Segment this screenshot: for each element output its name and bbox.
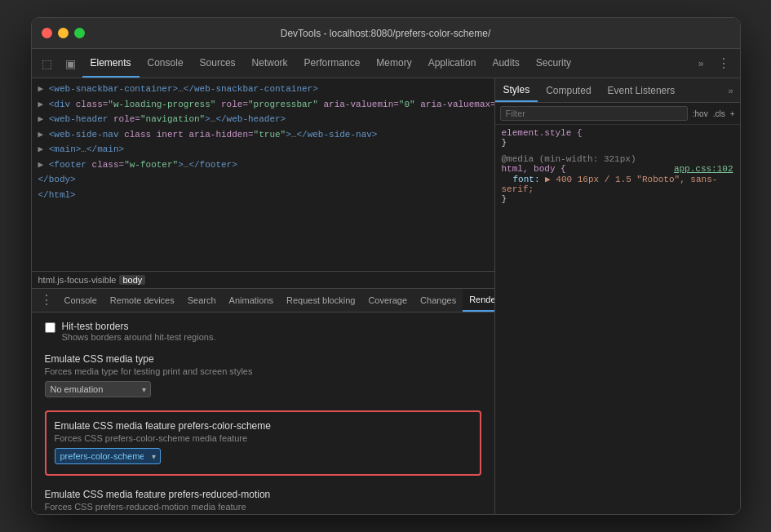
kebab-menu-button[interactable]: ⋮	[711, 55, 737, 71]
device-icon[interactable]: ▣	[59, 49, 82, 78]
tab-animations[interactable]: Animations	[223, 289, 280, 312]
cls-button[interactable]: .cls	[713, 109, 725, 118]
html-tree: ▶ <web-snackbar-container>…</web-snackba…	[32, 78, 494, 271]
title-bar: DevTools - localhost:8080/prefers-color-…	[32, 18, 740, 49]
filter-actions: :hov .cls +	[693, 109, 735, 118]
hit-test-borders-label: Hit-test borders	[62, 321, 216, 332]
tab-console[interactable]: Console	[140, 49, 192, 78]
emulate-reduced-motion-desc: Forces CSS prefers-reduced-motion media …	[45, 502, 481, 512]
tab-audits[interactable]: Audits	[484, 49, 527, 78]
traffic-lights	[42, 28, 85, 38]
emulate-color-scheme-section: Emulate CSS media feature prefers-color-…	[45, 410, 481, 476]
tab-memory[interactable]: Memory	[368, 49, 419, 78]
tab-console-secondary[interactable]: Console	[58, 289, 104, 312]
emulate-reduced-motion-label: Emulate CSS media feature prefers-reduce…	[45, 489, 481, 500]
tab-styles[interactable]: Styles	[495, 78, 538, 102]
styles-filter-bar: :hov .cls +	[495, 103, 740, 125]
main-tabs-bar: ⬚ ▣ Elements Console Sources Network Per…	[32, 49, 740, 78]
rendering-panel: Hit-test borders Shows borders around hi…	[32, 313, 494, 515]
breadcrumb-item-html[interactable]: html.js-focus-visible	[38, 275, 117, 285]
css-at-rule: @media (min-width: 321px)	[502, 154, 636, 164]
more-tabs-button[interactable]: »	[692, 58, 711, 69]
hit-test-borders-checkbox[interactable]	[45, 322, 55, 333]
emulate-media-type-label: Emulate CSS media type	[45, 353, 481, 365]
secondary-tabs-bar: ⋮ Console Remote devices Search Animatio…	[32, 288, 494, 313]
emulate-color-scheme-desc: Forces CSS prefers-color-scheme media fe…	[55, 433, 472, 443]
tab-changes[interactable]: Changes	[414, 289, 463, 312]
tab-elements[interactable]: Elements	[82, 49, 140, 78]
tree-line: ▶ <web-side-nav class inert aria-hidden=…	[32, 127, 494, 143]
css-prop-font: font: ▶ 400 16px / 1.5 "Roboto", sans-se…	[502, 175, 718, 194]
tab-request-blocking[interactable]: Request blocking	[280, 289, 361, 312]
tab-sources[interactable]: Sources	[192, 49, 244, 78]
css-close-brace-2: }	[502, 194, 507, 204]
styles-tabs-bar: Styles Computed Event Listeners »	[495, 78, 740, 103]
tab-coverage[interactable]: Coverage	[361, 289, 414, 312]
breadcrumb: html.js-focus-visible body	[32, 271, 494, 288]
css-source-link[interactable]: app.css:102	[674, 164, 733, 174]
emulate-media-type-dropdown-wrapper: No emulation print screen	[45, 381, 151, 397]
tab-event-listeners[interactable]: Event Listeners	[600, 78, 684, 102]
tree-line: ▶ <main>…</main>	[32, 142, 494, 157]
right-panel: Styles Computed Event Listeners » :hov .…	[495, 78, 740, 514]
close-button[interactable]	[42, 28, 52, 38]
css-rule-element-style: element.style { }	[502, 128, 733, 148]
tab-performance[interactable]: Performance	[296, 49, 369, 78]
tree-line: </html>	[32, 188, 494, 203]
emulate-reduced-motion-section: Emulate CSS media feature prefers-reduce…	[45, 489, 481, 515]
css-selector-html-body: html, body {	[502, 164, 566, 174]
tree-line: ▶ <web-snackbar-container>…</web-snackba…	[32, 82, 494, 97]
content-area: ▶ <web-snackbar-container>…</web-snackba…	[32, 78, 740, 514]
css-close-brace: }	[502, 138, 507, 148]
css-panel: element.style { } @media (min-width: 321…	[495, 125, 740, 514]
styles-tabs-more[interactable]: »	[721, 86, 739, 95]
breadcrumb-item-body[interactable]: body	[119, 275, 145, 285]
tree-line: ▶ <footer class="w-footer">…</footer>	[32, 157, 494, 173]
hov-button[interactable]: :hov	[693, 109, 708, 118]
css-selector: element.style {	[502, 128, 583, 138]
tab-network[interactable]: Network	[244, 49, 296, 78]
hit-test-borders-desc: Shows borders around hit-test regions.	[62, 332, 216, 342]
cursor-icon[interactable]: ⬚	[35, 49, 59, 78]
emulate-media-type-select[interactable]: No emulation print screen	[45, 381, 151, 397]
css-rule-media: @media (min-width: 321px) html, body { a…	[502, 154, 733, 204]
tree-line: ▶ <div class="w-loading-progress" role="…	[32, 97, 494, 113]
emulate-color-scheme-label: Emulate CSS media feature prefers-color-…	[55, 420, 472, 432]
tab-application[interactable]: Application	[420, 49, 485, 78]
emulate-color-scheme-dropdown-wrapper: No emulation prefers-color-scheme: light…	[55, 448, 161, 464]
secondary-tabs-menu[interactable]: ⋮	[35, 292, 58, 308]
emulate-media-type-desc: Forces media type for testing print and …	[45, 366, 481, 376]
css-val-font: ▶ 400 16px / 1.5 "Roboto", sans-serif;	[502, 175, 718, 194]
emulate-media-type-section: Emulate CSS media type Forces media type…	[45, 353, 481, 397]
left-panel: ▶ <web-snackbar-container>…</web-snackba…	[32, 78, 495, 514]
tab-remote-devices[interactable]: Remote devices	[104, 289, 181, 312]
tab-rendering[interactable]: Rendering ✕	[463, 289, 494, 312]
minimize-button[interactable]	[58, 28, 69, 38]
tab-security[interactable]: Security	[528, 49, 579, 78]
styles-filter-input[interactable]	[500, 106, 688, 121]
devtools-window: DevTools - localhost:8080/prefers-color-…	[31, 17, 741, 515]
emulate-color-scheme-select[interactable]: No emulation prefers-color-scheme: light…	[55, 448, 161, 464]
window-title: DevTools - localhost:8080/prefers-color-…	[281, 28, 490, 39]
tab-search[interactable]: Search	[181, 289, 223, 312]
add-style-button[interactable]: +	[730, 109, 735, 118]
tree-line: </body>	[32, 172, 494, 188]
tree-line: ▶ <web-header role="navigation">…</web-h…	[32, 112, 494, 127]
hit-test-borders-row: Hit-test borders Shows borders around hi…	[45, 321, 481, 342]
tab-computed[interactable]: Computed	[538, 78, 599, 102]
maximize-button[interactable]	[74, 28, 85, 38]
